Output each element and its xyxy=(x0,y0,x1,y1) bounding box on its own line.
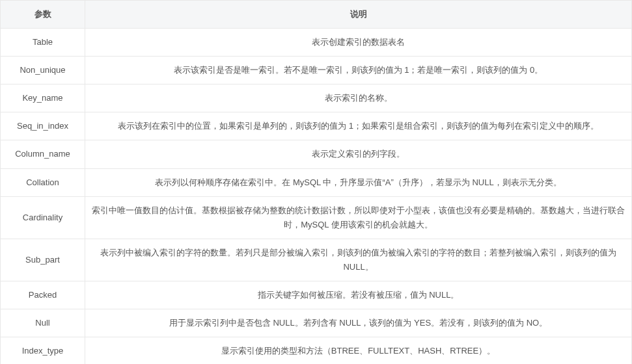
params-table-container: 参数 说明 Table表示创建索引的数据表名 Non_unique表示该索引是否… xyxy=(0,0,632,364)
param-cell: Non_unique xyxy=(1,57,85,84)
table-row: Key_name表示索引的名称。 xyxy=(1,84,632,112)
param-cell: Packed xyxy=(1,281,85,309)
desc-cell: 表示该列在索引中的位置，如果索引是单列的，则该列的值为 1；如果索引是组合索引，… xyxy=(85,112,632,140)
table-row: Sub_part表示列中被编入索引的字符的数量。若列只是部分被编入索引，则该列的… xyxy=(1,239,632,281)
param-cell: Index_type xyxy=(1,337,85,364)
param-cell: Cardinality xyxy=(1,196,85,239)
param-cell: Table xyxy=(1,29,85,57)
desc-cell: 表示索引的名称。 xyxy=(85,84,632,112)
desc-cell: 表示创建索引的数据表名 xyxy=(85,29,632,57)
desc-cell: 索引中唯一值数目的估计值。基数根据被存储为整数的统计数据计数，所以即使对于小型表… xyxy=(85,196,632,239)
param-cell: Collation xyxy=(1,168,85,196)
header-param: 参数 xyxy=(1,1,85,29)
table-row: Index_type显示索引使用的类型和方法（BTREE、FULLTEXT、HA… xyxy=(1,337,632,364)
table-row: Packed指示关键字如何被压缩。若没有被压缩，值为 NULL。 xyxy=(1,281,632,309)
desc-cell: 表示该索引是否是唯一索引。若不是唯一索引，则该列的值为 1；若是唯一索引，则该列… xyxy=(85,57,632,84)
table-body: Table表示创建索引的数据表名 Non_unique表示该索引是否是唯一索引。… xyxy=(1,29,632,364)
desc-cell: 用于显示索引列中是否包含 NULL。若列含有 NULL，该列的值为 YES。若没… xyxy=(85,309,632,337)
desc-cell: 指示关键字如何被压缩。若没有被压缩，值为 NULL。 xyxy=(85,281,632,309)
param-cell: Seq_in_index xyxy=(1,112,85,140)
table-header-row: 参数 说明 xyxy=(1,1,632,29)
header-desc: 说明 xyxy=(85,1,632,29)
desc-cell: 表示列以何种顺序存储在索引中。在 MySQL 中，升序显示值“A”（升序），若显… xyxy=(85,168,632,196)
params-table: 参数 说明 Table表示创建索引的数据表名 Non_unique表示该索引是否… xyxy=(0,0,632,364)
table-row: Column_name表示定义索引的列字段。 xyxy=(1,140,632,168)
desc-cell: 表示列中被编入索引的字符的数量。若列只是部分被编入索引，则该列的值为被编入索引的… xyxy=(85,239,632,281)
param-cell: Null xyxy=(1,309,85,337)
desc-cell: 显示索引使用的类型和方法（BTREE、FULLTEXT、HASH、RTREE）。 xyxy=(85,337,632,364)
param-cell: Sub_part xyxy=(1,239,85,281)
desc-cell: 表示定义索引的列字段。 xyxy=(85,140,632,168)
table-row: Null用于显示索引列中是否包含 NULL。若列含有 NULL，该列的值为 YE… xyxy=(1,309,632,337)
table-row: Seq_in_index表示该列在索引中的位置，如果索引是单列的，则该列的值为 … xyxy=(1,112,632,140)
param-cell: Column_name xyxy=(1,140,85,168)
param-cell: Key_name xyxy=(1,84,85,112)
table-row: Cardinality索引中唯一值数目的估计值。基数根据被存储为整数的统计数据计… xyxy=(1,196,632,239)
table-row: Collation表示列以何种顺序存储在索引中。在 MySQL 中，升序显示值“… xyxy=(1,168,632,196)
table-row: Table表示创建索引的数据表名 xyxy=(1,29,632,57)
table-row: Non_unique表示该索引是否是唯一索引。若不是唯一索引，则该列的值为 1；… xyxy=(1,57,632,84)
